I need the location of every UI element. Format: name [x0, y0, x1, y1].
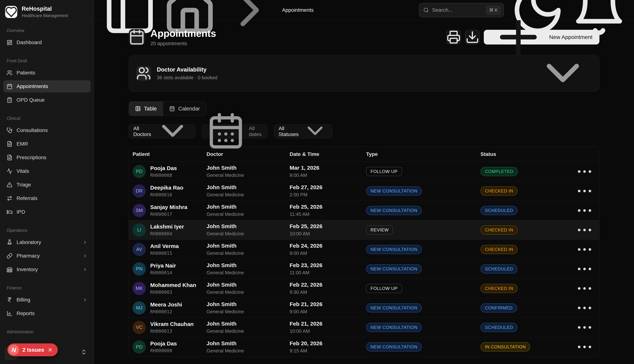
export-button[interactable] — [465, 30, 480, 44]
patient-cell: MKMohammed KhanRH000003 — [132, 282, 206, 295]
table-row[interactable]: LILakshmi IyerRH000004John SmithGeneral … — [129, 220, 599, 240]
doctor-cell: John SmithGeneral Medicine — [206, 282, 290, 295]
sidebar-item-pharmacy[interactable]: Pharmacy — [3, 250, 91, 262]
doctor-department: General Medicine — [206, 289, 290, 295]
sidebar-section: OverviewDashboard — [3, 28, 91, 48]
sidebar-section: Administration — [3, 330, 91, 334]
patient-id: RH000004 — [150, 231, 184, 236]
table-row[interactable]: MKMohammed KhanRH000003John SmithGeneral… — [129, 279, 599, 298]
chevron-right-icon — [82, 267, 87, 272]
datetime-cell: Feb 21, 20269:00 AM — [290, 301, 366, 314]
sidebar-item-billing[interactable]: Billing — [3, 294, 91, 306]
sidebar-item-appointments[interactable]: Appointments — [3, 80, 91, 92]
row-actions-button[interactable] — [575, 221, 594, 239]
status-filter-select[interactable]: All Statuses — [274, 124, 332, 138]
notifications-button[interactable]: 9 — [572, 0, 627, 38]
sidebar-item-prescriptions[interactable]: Prescriptions — [3, 152, 91, 164]
sidebar-item-label: Referrals — [16, 196, 38, 201]
stethoscope-icon — [6, 128, 12, 133]
breadcrumb: Appointments — [282, 7, 314, 13]
sidebar-item-triage[interactable]: Triage — [3, 179, 91, 191]
date-filter-picker[interactable]: All dates — [202, 124, 267, 138]
sidebar: ReHospital Healthcare Management Overvie… — [0, 0, 94, 364]
table-row[interactable]: MJMeera JoshiRH000012John SmithGeneral M… — [129, 298, 599, 318]
ellipsis-icon — [575, 201, 594, 220]
appointment-date: Feb 21, 2026 — [290, 301, 366, 308]
patient-cell: DRDeepika RaoRH000016 — [132, 184, 206, 198]
sidebar-item-consultations[interactable]: Consultations — [3, 124, 91, 136]
doctor-department: General Medicine — [206, 348, 290, 354]
patient-id: RH000008 — [150, 173, 177, 178]
table-row[interactable]: PDPooja DasRH000008John SmithGeneral Med… — [129, 337, 599, 357]
patient-id: RH000008 — [150, 348, 177, 353]
sidebar-item-emr[interactable]: EMR — [3, 138, 91, 150]
doctor-cell: John SmithGeneral Medicine — [206, 320, 290, 334]
row-actions-button[interactable] — [575, 162, 594, 181]
doctor-filter-select[interactable]: All Doctors — [129, 124, 195, 138]
row-actions-button[interactable] — [575, 260, 594, 278]
row-actions-button[interactable] — [575, 201, 594, 220]
doctor-name: John Smith — [206, 340, 290, 346]
sidebar-item-laboratory[interactable]: Laboratory — [3, 236, 91, 248]
avatar: PD — [132, 165, 146, 178]
sidebar-item-inventory[interactable]: Inventory — [3, 264, 91, 276]
close-icon[interactable] — [48, 347, 53, 352]
users-icon — [6, 70, 12, 76]
table-row[interactable]: SMSanjay MishraRH000017John SmithGeneral… — [129, 201, 599, 220]
page-subtitle: 20 appointments — [150, 41, 216, 46]
datetime-cell: Feb 27, 20262:00 PM — [290, 184, 366, 198]
bar-chart-icon — [6, 310, 12, 316]
topbar: Appointments ⌘ K 9 — [94, 0, 634, 20]
sidebar-item-label: Reports — [16, 310, 34, 316]
table-row[interactable]: PNPriya NairRH000014John SmithGeneral Me… — [129, 259, 599, 279]
table-row[interactable]: DRDeepika RaoRH000016John SmithGeneral M… — [129, 181, 599, 201]
sidebar-item-ipd[interactable]: IPD — [3, 206, 91, 218]
doctor-department: General Medicine — [206, 172, 290, 178]
table-row[interactable]: PDPooja DasRH000008John SmithGeneral Med… — [129, 162, 599, 181]
sidebar-item-referrals[interactable]: Referrals — [3, 192, 91, 204]
availability-title: Doctor Availability — [157, 66, 218, 73]
row-actions-button[interactable] — [575, 279, 594, 298]
sidebar-section-label: Clinical — [3, 116, 91, 121]
sidebar-section: Front DeskPatientsAppointmentsOPD Queue — [3, 58, 91, 106]
patient-cell: PNPriya NairRH000014 — [132, 262, 206, 276]
appointment-time: 2:00 PM — [290, 192, 366, 198]
flask-icon — [6, 239, 12, 245]
sidebar-item-reports[interactable]: Reports — [3, 308, 91, 320]
row-actions-button[interactable] — [575, 338, 594, 356]
appointment-date: Feb 21, 2026 — [290, 320, 366, 327]
table-row[interactable]: AVAnil VermaRH000015John SmithGeneral Me… — [129, 240, 599, 259]
patient-cell: LILakshmi IyerRH000004 — [132, 223, 206, 236]
search-box[interactable]: ⌘ K — [419, 3, 504, 17]
sidebar-item-label: Appointments — [16, 84, 48, 89]
sidebar-item-vitals[interactable]: Vitals — [3, 165, 91, 177]
status-cell: COMPLETED — [480, 167, 575, 176]
ellipsis-icon — [575, 240, 594, 259]
patient-id: RH000013 — [150, 329, 194, 334]
sidebar-item-opd-queue[interactable]: OPD Queue — [3, 94, 91, 106]
chevron-down-icon[interactable] — [535, 46, 590, 101]
status-cell: IN CONSULTATION — [480, 342, 575, 352]
dev-issues-badge[interactable]: N 2 Issues — [7, 344, 58, 356]
search-input[interactable] — [432, 7, 483, 13]
type-cell: NEW CONSULTATION — [366, 264, 480, 274]
appointment-time: 9:00 AM — [290, 250, 366, 256]
sidebar-item-dashboard[interactable]: Dashboard — [3, 36, 91, 48]
brand-name: ReHospital — [22, 6, 68, 12]
row-actions-button[interactable] — [575, 182, 594, 200]
row-actions-button[interactable] — [575, 240, 594, 259]
chevron-right-icon — [82, 298, 87, 302]
row-actions-button[interactable] — [575, 318, 594, 336]
appointment-time: 10:00 AM — [290, 231, 366, 236]
patient-cell: PDPooja DasRH000008 — [132, 340, 206, 354]
patient-id: RH000017 — [150, 212, 187, 217]
row-actions-button[interactable] — [575, 299, 594, 317]
appointment-date: Feb 25, 2026 — [290, 204, 366, 210]
table-row[interactable]: VCVikram ChauhanRH000013John SmithGenera… — [129, 318, 599, 337]
print-button[interactable] — [446, 30, 461, 44]
calendar-days-icon — [169, 106, 175, 112]
sidebar-item-patients[interactable]: Patients — [3, 67, 91, 79]
status-cell: CHECKED IN — [480, 226, 575, 234]
appointment-date: Feb 24, 2026 — [290, 243, 366, 249]
doctor-name: John Smith — [206, 204, 290, 210]
